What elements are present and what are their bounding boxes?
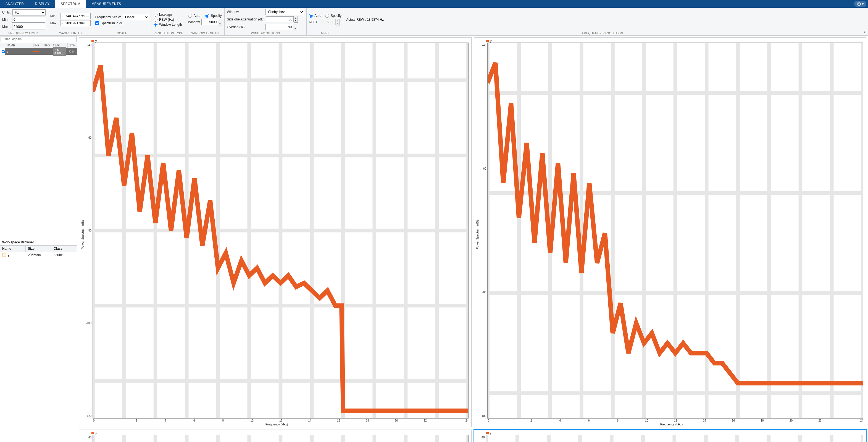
legend-swatch-icon bbox=[91, 40, 94, 42]
legend-swatch-icon bbox=[486, 432, 489, 434]
col-line[interactable]: LINE bbox=[31, 43, 41, 48]
group-nfft: Auto Specify NFFT ▲▼ NFFT bbox=[307, 8, 344, 35]
rbw-label: RBW (Hz) bbox=[159, 18, 174, 22]
y-axis-label: Power Spectrum (dB) bbox=[475, 42, 479, 427]
nfft-auto-label: Auto bbox=[314, 14, 321, 18]
toolstrip: Units: Hz Min: Max: FREQUENCY LIMITS Min… bbox=[0, 8, 868, 36]
overlap-label: Overlap (%) bbox=[227, 25, 264, 29]
plot-3[interactable]: y Power Spectrum (dB) -40-60-80-100 0246… bbox=[79, 430, 472, 442]
y-axis-label: Power Spectrum (dB) bbox=[81, 435, 85, 442]
group-title-window-options: WINDOW OPTIONS bbox=[227, 30, 304, 35]
group-title-yaxes: Y-AXES LIMITS bbox=[50, 30, 91, 35]
legend: y bbox=[475, 432, 863, 435]
group-title-window-length: WINDOW LENGTH bbox=[188, 30, 222, 35]
nfft-specify-radio[interactable] bbox=[325, 14, 329, 18]
svg-text:?: ? bbox=[858, 3, 860, 5]
leakage-radio[interactable] bbox=[154, 13, 157, 17]
group-title-freq-limits: FREQUENCY LIMITS bbox=[2, 30, 45, 35]
y-ticks: -40-60-80-100 bbox=[85, 435, 93, 442]
group-title-resolution: RESOLUTION TYPE bbox=[154, 30, 183, 35]
tab-display[interactable]: DISPLAY bbox=[29, 0, 55, 8]
legend-label: y bbox=[490, 432, 492, 435]
freq-min-label: Min: bbox=[2, 18, 10, 22]
units-select[interactable]: Hz bbox=[12, 9, 45, 15]
group-frequency-limits: Units: Hz Min: Max: FREQUENCY LIMITS bbox=[0, 8, 48, 35]
window-value-input[interactable] bbox=[202, 19, 218, 25]
group-window-options: Window Chebyshev Sidelobe Attenuation (d… bbox=[225, 8, 307, 35]
signal-name: y bbox=[5, 48, 31, 55]
window-label: Window bbox=[188, 20, 200, 24]
rbw-radio[interactable] bbox=[154, 18, 157, 22]
ws-col-size[interactable]: Size bbox=[26, 246, 51, 252]
plot-1[interactable]: y Power Spectrum (dB) -40-60-80-100-120 … bbox=[79, 37, 472, 428]
signal-time: Fs: 4.80… bbox=[53, 47, 66, 56]
wl-specify-label: Specify bbox=[211, 14, 222, 18]
variable-icon bbox=[2, 253, 6, 257]
wopt-window-select[interactable]: Chebyshev bbox=[266, 9, 304, 15]
workspace-row[interactable]: y 205699×1 double bbox=[0, 252, 77, 258]
window-spin-up[interactable]: ▲ bbox=[218, 19, 222, 22]
freq-scale-label: Frequency Scale: bbox=[95, 15, 121, 19]
group-scale: Frequency Scale: Linear Spectrum in dB S… bbox=[93, 8, 151, 35]
group-resolution-type: Leakage RBW (Hz) Window Length RESOLUTIO… bbox=[151, 8, 186, 35]
nfft-label: NFFT bbox=[309, 20, 317, 24]
freq-max-label: Max: bbox=[2, 25, 10, 29]
sidelobe-label: Sidelobe Attenuation (dB) bbox=[227, 18, 265, 21]
legend: y bbox=[81, 432, 468, 435]
plot-axes[interactable] bbox=[486, 435, 863, 442]
signal-row[interactable]: y Fs: 4.80… 0 s bbox=[0, 48, 77, 55]
sidelobe-input[interactable] bbox=[266, 16, 294, 22]
overlap-spin-down[interactable]: ▼ bbox=[293, 27, 297, 30]
filter-box bbox=[1, 36, 76, 42]
tab-measurements[interactable]: MEASUREMENTS bbox=[86, 0, 126, 8]
y-max-label: Max: bbox=[50, 21, 59, 25]
plots-grid: y Power Spectrum (dB) -40-60-80-100-120 … bbox=[78, 36, 868, 442]
overlap-spin-up[interactable]: ▲ bbox=[293, 24, 297, 27]
help-button[interactable]: ? ▾ bbox=[854, 1, 866, 7]
x-axis-label: Frequency (kHz) bbox=[85, 422, 468, 427]
ws-col-class[interactable]: Class bbox=[51, 246, 77, 252]
ws-name: y bbox=[8, 253, 9, 257]
col-info[interactable]: INFO bbox=[41, 43, 51, 48]
window-length-radio[interactable] bbox=[154, 23, 157, 27]
window-length-label: Window Length bbox=[159, 23, 182, 27]
wl-specify-radio[interactable] bbox=[205, 14, 209, 18]
tab-analyzer[interactable]: ANALYZER bbox=[0, 0, 29, 8]
units-label: Units: bbox=[2, 10, 11, 14]
group-title-nfft: NFFT bbox=[309, 30, 341, 35]
col-name[interactable]: NAME bbox=[5, 43, 31, 48]
plot-axes[interactable] bbox=[487, 42, 863, 418]
filter-signals-input[interactable] bbox=[1, 36, 76, 42]
plot-2[interactable]: y Power Spectrum (dB) -40-60-80-100 0246… bbox=[474, 37, 866, 428]
nfft-auto-radio[interactable] bbox=[309, 14, 313, 18]
window-spin-down[interactable]: ▼ bbox=[218, 22, 222, 25]
ws-col-name[interactable]: Name bbox=[0, 246, 26, 252]
y-ticks: -40-60-80-100 bbox=[479, 42, 487, 418]
freq-scale-select[interactable]: Linear bbox=[123, 14, 149, 20]
plot-4[interactable]: y Power Spectrum (dB) -40-50-60-70-80 02… bbox=[474, 430, 866, 442]
sidelobe-spin-down[interactable]: ▼ bbox=[294, 19, 298, 22]
sidelobe-spin-up[interactable]: ▲ bbox=[294, 16, 298, 19]
x-ticks: 024681012141618202224 bbox=[93, 418, 468, 422]
leakage-label: Leakage bbox=[159, 13, 172, 17]
toolstrip-collapse-icon[interactable]: ▴ bbox=[861, 8, 868, 35]
legend-label: y bbox=[490, 39, 492, 42]
plot-axes[interactable] bbox=[93, 435, 468, 442]
ws-size: 205699×1 bbox=[26, 252, 51, 258]
y-max-input[interactable] bbox=[60, 20, 91, 26]
freq-max-input[interactable] bbox=[12, 24, 45, 30]
spectrum-db-checkbox[interactable] bbox=[95, 21, 99, 25]
freq-min-input[interactable] bbox=[12, 17, 45, 23]
legend-label: y bbox=[95, 39, 97, 42]
wl-auto-radio[interactable] bbox=[188, 14, 192, 18]
nfft-spin-up: ▲ bbox=[336, 19, 340, 22]
group-freq-resolution: Actual RBW : 13.5874 Hz FREQUENCY RESOLU… bbox=[344, 8, 861, 35]
wopt-window-label: Window bbox=[227, 10, 264, 14]
y-min-input[interactable] bbox=[60, 13, 91, 19]
col-star[interactable]: STA… bbox=[68, 43, 77, 48]
overlap-input[interactable] bbox=[266, 24, 293, 30]
group-window-length: Auto Specify Window ▲▼ WINDOW LENGTH bbox=[186, 8, 225, 35]
plot-axes[interactable] bbox=[93, 42, 468, 418]
help-icon: ? bbox=[857, 2, 861, 6]
tab-spectrum[interactable]: SPECTRUM bbox=[55, 0, 86, 8]
